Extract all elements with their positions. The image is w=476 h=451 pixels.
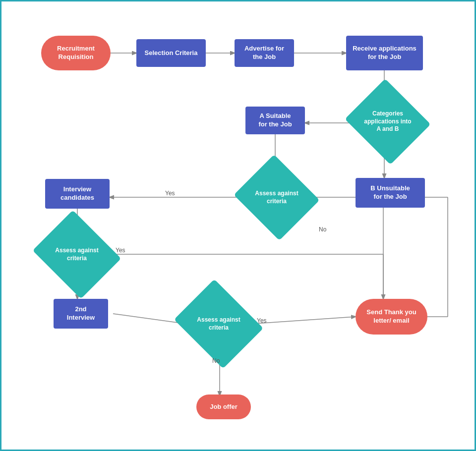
yes1-label: Yes	[165, 190, 175, 197]
interview2-node: 2nd Interview	[54, 299, 108, 329]
job-offer-label: Job offer	[210, 403, 238, 411]
svg-line-10	[113, 314, 185, 324]
yes2-label: Yes	[116, 247, 125, 254]
assess2-node: Assess against criteria	[43, 226, 111, 283]
svg-line-12	[254, 317, 356, 324]
interview-node: Interview candidates	[45, 179, 110, 209]
selection-criteria-node: Selection Criteria	[136, 39, 206, 67]
categories-label: Categories applications into A and B	[364, 110, 411, 133]
send-thank-node: Send Thank you letter/ email	[356, 299, 427, 335]
recruitment-label: Recruitment Requisition	[57, 45, 95, 61]
assess1-label: Assess against criteria	[255, 190, 298, 205]
assess3-label: Assess against criteria	[197, 316, 240, 332]
interview2-label: 2nd Interview	[67, 305, 95, 322]
selection-label: Selection Criteria	[145, 49, 198, 57]
yes3-label: Yes	[257, 317, 267, 324]
interview-label: Interview candidates	[60, 185, 94, 202]
unsuitable-label: B Unsuitable for the Job	[370, 184, 410, 201]
advertise-label: Advertise for the Job	[244, 45, 284, 61]
assess3-node: Assess against criteria	[184, 295, 253, 352]
send-thank-label: Send Thank you letter/ email	[366, 308, 416, 325]
no2-label: No	[212, 357, 220, 364]
suitable-node: A Suitable for the Job	[245, 107, 305, 134]
suitable-label: A Suitable for the Job	[258, 112, 292, 129]
no1-label: No	[319, 226, 326, 233]
recruitment-requisition-node: Recruitment Requisition	[41, 36, 111, 70]
flowchart-canvas: Recruitment Requisition Selection Criter…	[0, 0, 476, 451]
receive-node: Receive applications for the Job	[346, 36, 423, 70]
receive-label: Receive applications for the Job	[353, 45, 416, 61]
assess1-node: Assess against criteria	[244, 169, 309, 226]
categories-node: Categories applications into A and B	[356, 93, 420, 150]
advertise-node: Advertise for the Job	[235, 39, 294, 67]
job-offer-node: Job offer	[196, 395, 251, 419]
assess2-label: Assess against criteria	[55, 247, 98, 262]
unsuitable-node: B Unsuitable for the Job	[356, 178, 425, 208]
